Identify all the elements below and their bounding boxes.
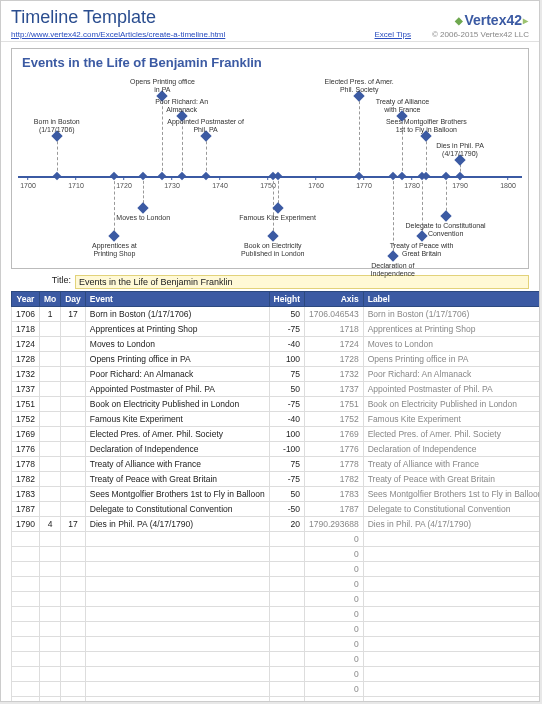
col-mo: Mo bbox=[39, 292, 60, 307]
event-label: Treaty of Peace with Great Britain bbox=[383, 242, 461, 257]
event-axis-marker bbox=[389, 172, 397, 180]
spreadsheet-sheet: { "header": { "title": "Timeline Templat… bbox=[0, 0, 540, 702]
table-row[interactable]: 1752Famous Kite Experiment-401752Famous … bbox=[12, 412, 541, 427]
vertex42-logo: ◆ Vertex42 ▸ bbox=[454, 12, 529, 28]
table-row[interactable]: 0 bbox=[12, 682, 541, 697]
event-leader-line bbox=[359, 96, 360, 176]
table-row[interactable]: 1782Treaty of Peace with Great Britain-7… bbox=[12, 472, 541, 487]
table-row[interactable]: 1737Appointed Postmaster of Phil. PA5017… bbox=[12, 382, 541, 397]
event-marker bbox=[267, 230, 278, 241]
table-row[interactable]: 0 bbox=[12, 547, 541, 562]
event-axis-marker bbox=[441, 172, 449, 180]
event-marker bbox=[109, 230, 120, 241]
event-label: Born in Boston (1/17/1706) bbox=[26, 118, 88, 133]
col-axis: Axis bbox=[305, 292, 364, 307]
table-row[interactable]: 0 bbox=[12, 697, 541, 703]
event-label: Declaration of Independence bbox=[362, 262, 424, 277]
table-row[interactable]: 0 bbox=[12, 592, 541, 607]
x-tick: 1710 bbox=[68, 176, 84, 189]
document-header: Timeline Template ◆ Vertex42 ▸ http://ww… bbox=[1, 1, 539, 42]
excel-tips-link[interactable]: Excel Tips bbox=[278, 30, 419, 39]
event-label: Sees Montgolfier Brothers 1st to Fly in … bbox=[380, 118, 472, 133]
table-row[interactable]: 1724Moves to London-401724Moves to Londo… bbox=[12, 337, 541, 352]
event-leader-line bbox=[206, 136, 207, 176]
x-tick: 1720 bbox=[116, 176, 132, 189]
event-leader-line bbox=[57, 136, 58, 176]
diamond-icon: ◆ bbox=[455, 15, 463, 26]
table-row[interactable]: 1728Opens Printing office in PA1001728Op… bbox=[12, 352, 541, 367]
table-row[interactable]: 1776Declaration of Independence-1001776D… bbox=[12, 442, 541, 457]
timeline-chart: Events in the Life of Benjamin Franklin … bbox=[11, 48, 529, 269]
table-row[interactable]: 1783Sees Montgolfier Brothers 1st to Fly… bbox=[12, 487, 541, 502]
data-table-section: Title: Events in the Life of Benjamin Fr… bbox=[1, 275, 539, 702]
event-label: Appointed Postmaster of Phil. PA bbox=[166, 118, 246, 133]
page-title: Timeline Template bbox=[11, 7, 156, 28]
table-row[interactable]: 1751Book on Electricity Published in Lon… bbox=[12, 397, 541, 412]
table-row[interactable]: 1706117Born in Boston (1/17/1706)501706.… bbox=[12, 307, 541, 322]
x-tick: 1800 bbox=[500, 176, 516, 189]
x-tick: 1780 bbox=[404, 176, 420, 189]
table-title-label: Title: bbox=[11, 275, 75, 289]
table-row[interactable]: 0 bbox=[12, 652, 541, 667]
event-label: Moves to London bbox=[112, 214, 174, 222]
col-height: Height bbox=[269, 292, 304, 307]
table-row[interactable]: 1787Delegate to Constitutional Conventio… bbox=[12, 502, 541, 517]
table-row[interactable]: 1790417Dies in Phil. PA (4/17/1790)20179… bbox=[12, 517, 541, 532]
event-leader-line bbox=[114, 176, 115, 236]
event-axis-marker bbox=[139, 172, 147, 180]
event-label: Famous Kite Experiment bbox=[238, 214, 318, 222]
diamond-icon: ▸ bbox=[523, 15, 528, 26]
x-tick: 1760 bbox=[308, 176, 324, 189]
chart-plot-area: 1700171017201730174017501760177017801790… bbox=[18, 70, 522, 266]
table-row[interactable]: 1718Apprentices at Printing Shop-751718A… bbox=[12, 322, 541, 337]
table-row[interactable]: 0 bbox=[12, 532, 541, 547]
event-label: Apprentices at Printing Shop bbox=[83, 242, 145, 257]
event-marker bbox=[440, 210, 451, 221]
event-axis-marker bbox=[422, 172, 430, 180]
event-label: Dies in Phil. PA (4/17/1790) bbox=[427, 142, 493, 157]
table-title-input[interactable]: Events in the Life of Benjamin Franklin bbox=[75, 275, 529, 289]
event-marker bbox=[138, 202, 149, 213]
table-row[interactable]: 0 bbox=[12, 607, 541, 622]
table-row[interactable]: 1769Elected Pres. of Amer. Phil. Society… bbox=[12, 427, 541, 442]
source-url-link[interactable]: http://www.vertex42.com/ExcelArticles/cr… bbox=[11, 30, 278, 39]
copyright-text: © 2006-2015 Vertex42 LLC bbox=[419, 30, 529, 39]
table-row[interactable]: 0 bbox=[12, 637, 541, 652]
col-label: Label bbox=[363, 292, 540, 307]
table-row[interactable]: 0 bbox=[12, 577, 541, 592]
event-label: Book on Electricity Published in London bbox=[236, 242, 310, 257]
event-label: Treaty of Alliance with France bbox=[369, 98, 435, 113]
chart-title: Events in the Life of Benjamin Franklin bbox=[18, 53, 522, 70]
event-axis-marker bbox=[201, 172, 209, 180]
col-day: Day bbox=[61, 292, 86, 307]
event-axis-marker bbox=[53, 172, 61, 180]
x-tick: 1730 bbox=[164, 176, 180, 189]
event-label: Opens Printing office in PA bbox=[127, 78, 197, 93]
table-row[interactable]: 1778Treaty of Alliance with France751778… bbox=[12, 457, 541, 472]
event-label: Elected Pres. of Amer. Phil. Society bbox=[323, 78, 395, 93]
table-row[interactable]: 0 bbox=[12, 667, 541, 682]
x-tick: 1700 bbox=[20, 176, 36, 189]
table-row[interactable]: 0 bbox=[12, 622, 541, 637]
events-table[interactable]: Year Mo Day Event Height Axis Label 1706… bbox=[11, 291, 540, 702]
event-label: Poor Richard: An Almanack bbox=[151, 98, 213, 113]
table-row[interactable]: 0 bbox=[12, 562, 541, 577]
event-label: Delegate to Constitutional Convention bbox=[403, 222, 489, 237]
table-row[interactable]: 1732Poor Richard: An Almanack751732Poor … bbox=[12, 367, 541, 382]
table-header-row: Year Mo Day Event Height Axis Label bbox=[12, 292, 541, 307]
x-tick: 1740 bbox=[212, 176, 228, 189]
col-year: Year bbox=[12, 292, 40, 307]
col-event: Event bbox=[85, 292, 269, 307]
